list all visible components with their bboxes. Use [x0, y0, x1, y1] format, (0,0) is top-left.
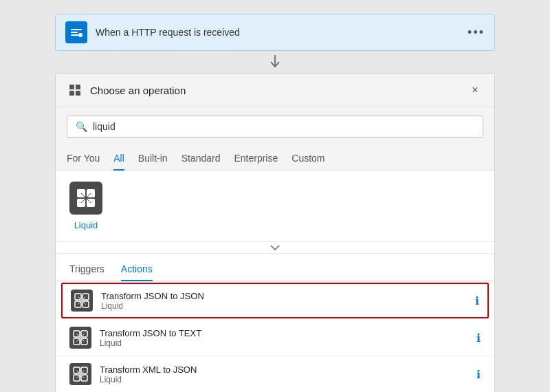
transform-icon-3 — [73, 367, 88, 382]
liquid-section: Liquid — [56, 171, 494, 242]
liquid-logo-icon — [76, 188, 96, 208]
sub-tab-actions[interactable]: Actions — [121, 259, 153, 281]
action-title-1: Transform JSON to JSON — [101, 291, 467, 301]
content-area: Liquid Triggers Actions — [56, 171, 494, 392]
action-item-3[interactable]: Transform XML to JSON Liquid ℹ — [56, 356, 494, 392]
svg-rect-4 — [69, 85, 74, 89]
action-info-1[interactable]: ℹ — [475, 294, 479, 307]
trigger-icon — [65, 21, 87, 43]
action-item-2[interactable]: Transform JSON to TEXT Liquid ℹ — [56, 320, 494, 356]
action-text-3: Transform XML to JSON Liquid — [100, 364, 468, 384]
choose-panel: Choose an operation × 🔍 For You All Buil… — [55, 73, 495, 392]
panel-header-left: Choose an operation — [67, 82, 186, 98]
search-input[interactable] — [93, 121, 474, 132]
action-list: Transform JSON to JSON Liquid ℹ — [56, 283, 494, 392]
tabs-container: For You All Built-in Standard Enterprise… — [56, 146, 494, 171]
sub-tab-triggers[interactable]: Triggers — [69, 259, 104, 281]
action-title-3: Transform XML to JSON — [100, 364, 468, 375]
trigger-block: When a HTTP request is received ••• — [55, 14, 495, 51]
sub-tabs: Triggers Actions — [56, 254, 494, 281]
flow-arrow — [270, 51, 280, 73]
action-text-2: Transform JSON to TEXT Liquid — [100, 328, 468, 348]
action-icon-3 — [69, 363, 91, 385]
operation-icon — [67, 82, 83, 98]
transform-icon-1 — [74, 293, 89, 308]
action-item-1[interactable]: Transform JSON to JSON Liquid ℹ — [61, 283, 489, 318]
action-subtitle-1: Liquid — [101, 301, 467, 311]
search-container: 🔍 — [56, 107, 494, 146]
action-title-2: Transform JSON to TEXT — [100, 328, 468, 338]
tab-for-you[interactable]: For You — [67, 149, 100, 171]
grid-icon — [68, 83, 82, 97]
liquid-app-icon — [69, 182, 102, 215]
action-icon-1 — [71, 290, 93, 312]
liquid-icon-block[interactable]: Liquid — [69, 182, 102, 230]
svg-rect-6 — [69, 91, 74, 96]
expand-button[interactable] — [56, 242, 494, 254]
main-container: When a HTTP request is received ••• Choo… — [55, 14, 495, 392]
arrow-down-icon — [270, 55, 280, 69]
http-icon — [69, 25, 83, 39]
svg-rect-7 — [76, 91, 80, 96]
tab-standard[interactable]: Standard — [182, 149, 221, 171]
action-subtitle-2: Liquid — [100, 338, 468, 348]
action-text-1: Transform JSON to JSON Liquid — [101, 291, 467, 311]
panel-title: Choose an operation — [90, 85, 186, 96]
trigger-more-button[interactable]: ••• — [468, 25, 485, 40]
tab-built-in[interactable]: Built-in — [138, 149, 168, 171]
search-icon: 🔍 — [76, 121, 87, 132]
tab-custom[interactable]: Custom — [292, 149, 324, 171]
tab-enterprise[interactable]: Enterprise — [234, 149, 278, 171]
liquid-label: Liquid — [74, 220, 98, 230]
svg-rect-0 — [71, 29, 82, 30]
close-button[interactable]: × — [467, 82, 483, 98]
svg-rect-1 — [71, 32, 78, 33]
transform-icon-2 — [73, 330, 88, 345]
tab-all[interactable]: All — [113, 149, 124, 171]
action-icon-2 — [69, 327, 91, 349]
chevron-down-icon — [270, 245, 280, 250]
action-info-2[interactable]: ℹ — [476, 331, 481, 345]
action-subtitle-3: Liquid — [100, 375, 468, 384]
panel-header: Choose an operation × — [56, 74, 494, 107]
search-box: 🔍 — [67, 116, 483, 138]
action-info-3[interactable]: ℹ — [476, 368, 481, 381]
trigger-label: When a HTTP request is received — [96, 27, 459, 38]
svg-rect-5 — [76, 85, 80, 89]
